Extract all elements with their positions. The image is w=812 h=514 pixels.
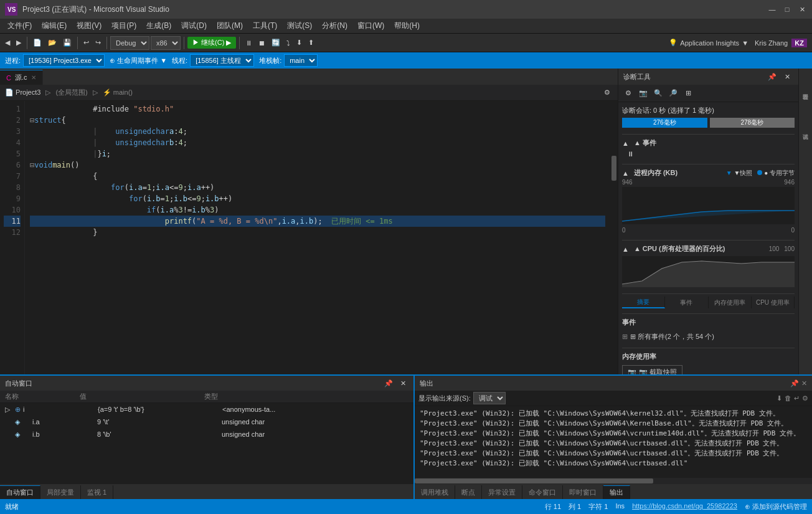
step-over-button[interactable]: ⤵ (284, 36, 293, 50)
diagnostic-tabs: 摘要 事件 内存使用率 CPU 使用率 (622, 293, 795, 308)
auto-pin-button[interactable]: 📌 (382, 378, 395, 389)
expand-i-icon[interactable]: ▷ (5, 406, 12, 414)
platform-dropdown[interactable]: x86 (151, 36, 181, 50)
open-button[interactable]: 📂 (45, 36, 59, 50)
menu-debug[interactable]: 调试(D) (176, 19, 212, 32)
all-events-row: ⊞ ⊞ 所有事件(2 个，共 54 个) (622, 331, 795, 343)
time-bar-2: 278毫秒 (710, 118, 795, 128)
events-collapse-icon[interactable]: ▲ (622, 140, 629, 147)
maximize-button[interactable]: □ (782, 4, 792, 14)
process-dropdown[interactable]: [19536] Project3.exe (23, 54, 105, 67)
output-scroll-button[interactable]: ⬇ (777, 394, 782, 402)
auto-tab-auto[interactable]: 自动窗口 (0, 485, 40, 499)
step-into-button[interactable]: ⬇ (294, 36, 304, 50)
vertical-scrollbar[interactable] (610, 101, 618, 374)
output-wrap-button[interactable]: ↵ (794, 394, 800, 402)
diag-pin-button[interactable]: 📌 (766, 70, 778, 83)
diag-tab-cpu[interactable]: CPU 使用率 (752, 297, 795, 308)
undo-button[interactable]: ↩ (81, 36, 92, 50)
output-tab-exceptions[interactable]: 异常设置 (482, 485, 522, 499)
diag-close-button[interactable]: ✕ (781, 70, 793, 83)
menu-tools[interactable]: 工具(T) (248, 19, 282, 32)
code-line-2: ⊟struct { (30, 115, 605, 126)
auto-close-button[interactable]: ✕ (398, 378, 408, 389)
diag-settings-button[interactable]: ⚙ (622, 87, 635, 100)
output-options-button[interactable]: ⚙ (802, 394, 808, 402)
menu-analyze[interactable]: 分析(N) (317, 19, 352, 32)
memory-header: ▲ 进程内存 (KB) ▼ ▼快照 ● 专用字节 (622, 168, 795, 178)
var-ia-value: 9 '\t' (97, 418, 222, 426)
output-tab-command[interactable]: 命令窗口 (522, 485, 563, 499)
diag-camera-button[interactable]: 📷 (637, 87, 649, 100)
menu-build[interactable]: 生成(B) (141, 19, 176, 32)
memory-collapse-icon[interactable]: ▲ (622, 169, 629, 177)
auto-tab-watch1[interactable]: 监视 1 (81, 485, 113, 499)
menu-project[interactable]: 项目(P) (106, 19, 141, 32)
menu-test[interactable]: 测试(S) (282, 19, 317, 32)
pause-button[interactable]: ⏸ (243, 36, 255, 50)
save-button[interactable]: 💾 (60, 36, 74, 50)
menu-team[interactable]: 团队(M) (212, 19, 248, 32)
new-file-button[interactable]: 📄 (31, 36, 44, 50)
menu-file[interactable]: 文件(F) (2, 19, 37, 32)
minimize-button[interactable]: — (767, 4, 777, 14)
breadcrumb-scope: (全局范围) (55, 88, 87, 97)
diag-tab-summary[interactable]: 摘要 (622, 297, 665, 308)
sidebar-tool-2[interactable]: 调试器 (800, 111, 811, 148)
output-source-dropdown[interactable]: 调试 (473, 392, 506, 404)
session-label: 诊断会话: 0 秒 (选择了 1 毫秒) (622, 106, 795, 115)
var-ib-type: unsigned char (222, 431, 408, 438)
menu-help[interactable]: 帮助(H) (389, 19, 425, 32)
forward-button[interactable]: ▶ (14, 36, 24, 50)
close-button[interactable]: ✕ (797, 4, 807, 14)
back-button[interactable]: ◀ (2, 36, 12, 50)
stack-dropdown[interactable]: main (284, 54, 318, 67)
window-controls[interactable]: — □ ✕ (767, 4, 807, 14)
cpu-collapse-icon[interactable]: ▲ (622, 245, 629, 253)
output-close-button[interactable]: ✕ (801, 379, 807, 388)
menu-view[interactable]: 视图(V) (72, 19, 106, 32)
separator-1 (27, 37, 27, 49)
camera-icon: 📷 (628, 368, 636, 374)
output-horizontal-scrollbar[interactable] (415, 478, 812, 484)
debug-mode-dropdown[interactable]: Debug (110, 36, 149, 50)
stop-button[interactable]: ⏹ (256, 36, 268, 50)
menu-edit[interactable]: 编辑(E) (37, 19, 72, 32)
output-tab-breakpoints[interactable]: 断点 (455, 485, 482, 499)
auto-tab-locals[interactable]: 局部变量 (40, 485, 81, 499)
thread-dropdown[interactable]: [15856] 主线程 (190, 54, 254, 67)
diag-tab-events[interactable]: 事件 (665, 297, 708, 308)
snapshot-button[interactable]: 📷 📷 截取快照 (622, 365, 682, 374)
continue-button[interactable]: ▶ 继续(C) ▶ (187, 37, 236, 49)
sidebar-tool-1[interactable]: 图表管理器 (800, 71, 811, 108)
diag-tab-memory[interactable]: 内存使用率 (709, 297, 752, 308)
user-account-button[interactable]: Kris Zhang KZ (752, 36, 810, 50)
app-insights-dropdown-icon[interactable]: ▼ (742, 39, 748, 47)
code-line-5: |}i; (30, 148, 605, 159)
restart-button[interactable]: 🔄 (269, 36, 283, 50)
tab-source-c[interactable]: C 源.c ✕ (0, 70, 43, 85)
output-clear-button[interactable]: 🗑 (785, 394, 791, 402)
output-tab-output[interactable]: 输出 (603, 485, 630, 499)
output-tab-callstack[interactable]: 调用堆栈 (415, 485, 455, 499)
output-tab-immediate[interactable]: 即时窗口 (563, 485, 603, 499)
output-content[interactable]: "Project3.exe" (Win32): 已加载 "C:\Windows\… (415, 406, 812, 478)
code-editor[interactable]: #include "stdio.h" ⊟struct { | unsigned … (25, 101, 610, 374)
snapshot-label: ▼ ▼快照 (726, 169, 753, 178)
output-pin-button[interactable]: 📌 (790, 379, 799, 388)
time-bar-1: 276毫秒 (622, 118, 707, 128)
diag-zoom-in-button[interactable]: 🔍 (652, 87, 664, 100)
diag-fit-button[interactable]: ⊞ (682, 87, 694, 100)
editor-settings-button[interactable]: ⚙ (602, 87, 613, 98)
app-insights-label[interactable]: Application Insights (680, 39, 739, 47)
tab-close-icon[interactable]: ✕ (31, 74, 36, 81)
menu-window[interactable]: 窗口(W) (352, 19, 389, 32)
diag-zoom-out-button[interactable]: 🔎 (667, 87, 679, 100)
redo-button[interactable]: ↪ (93, 36, 103, 50)
lifetime-button[interactable]: ⊕ 生命周期事件 ▼ (110, 56, 167, 65)
step-out-button[interactable]: ⬆ (306, 36, 316, 50)
status-col: 列 1 (569, 502, 581, 512)
status-add-icon[interactable]: ⊕ 添加到源代码管理 (745, 502, 807, 512)
status-url[interactable]: https://blog.csdn.net/qq_25982223 (632, 502, 737, 512)
output-controls: 📌 ✕ (790, 379, 807, 388)
